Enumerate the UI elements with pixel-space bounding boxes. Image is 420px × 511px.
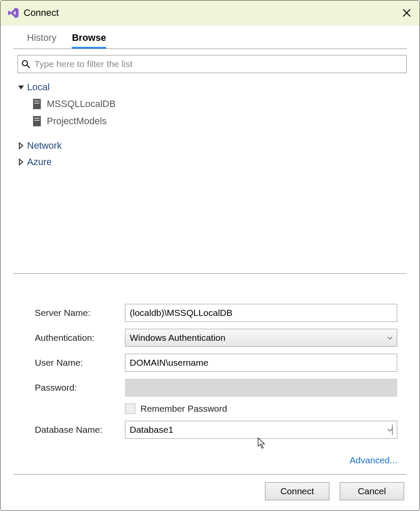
tree-node-local[interactable]: Local — [18, 79, 402, 95]
authentication-label: Authentication: — [35, 333, 125, 343]
chevron-down-icon — [387, 428, 393, 431]
tabs: History Browse — [0, 25, 420, 49]
filter-input-wrap[interactable] — [18, 55, 407, 73]
database-name-label: Database Name: — [35, 425, 125, 435]
server-name-label: Server Name: — [35, 308, 125, 318]
tree-label-azure: Azure — [27, 156, 52, 168]
divider — [13, 49, 407, 49]
server-icon — [33, 99, 41, 109]
svg-line-1 — [27, 65, 30, 68]
remember-password-checkbox[interactable] — [125, 404, 135, 414]
password-input — [125, 379, 397, 397]
close-button[interactable] — [398, 4, 415, 21]
tree-node-network[interactable]: Network — [18, 138, 402, 154]
connection-form: Server Name: Authentication: Windows Aut… — [0, 274, 420, 454]
database-name-combo[interactable]: Database1 — [125, 421, 397, 439]
server-icon — [33, 116, 41, 126]
connect-button[interactable]: Connect — [265, 482, 329, 500]
chevron-right-icon — [18, 142, 24, 149]
server-name-input[interactable] — [125, 304, 397, 322]
user-name-input[interactable] — [125, 354, 397, 372]
tree-item-mssqllocaldb[interactable]: MSSQLLocalDB — [18, 95, 402, 113]
filter-row — [18, 55, 407, 73]
database-name-value: Database1 — [130, 425, 393, 435]
authentication-value: Windows Authentication — [130, 333, 225, 343]
password-label: Password: — [35, 382, 125, 393]
window-title: Connect — [24, 7, 398, 18]
advanced-link[interactable]: Advanced... — [350, 455, 397, 465]
cancel-button[interactable]: Cancel — [340, 482, 404, 500]
tree-item-label: MSSQLLocalDB — [47, 98, 116, 110]
remember-password-label: Remember Password — [140, 404, 227, 414]
tree-label-network: Network — [27, 140, 62, 151]
server-tree: Local MSSQLLocalDB ProjectModels Network… — [0, 76, 420, 174]
chevron-down-icon — [18, 84, 24, 91]
authentication-select[interactable]: Windows Authentication — [125, 329, 397, 347]
button-bar: Connect Cancel — [0, 474, 420, 511]
filter-input[interactable] — [34, 59, 404, 69]
tree-item-projectmodels[interactable]: ProjectModels — [18, 113, 402, 130]
tab-browse[interactable]: Browse — [72, 32, 106, 49]
chevron-right-icon — [18, 159, 24, 165]
tab-history[interactable]: History — [27, 32, 56, 49]
tree-label-local: Local — [27, 82, 50, 93]
search-icon — [21, 59, 31, 69]
tree-node-azure[interactable]: Azure — [18, 154, 402, 170]
svg-point-0 — [22, 61, 27, 66]
close-icon — [402, 8, 411, 18]
visual-studio-icon — [7, 7, 19, 19]
user-name-label: User Name: — [35, 358, 125, 368]
titlebar: Connect — [0, 0, 420, 25]
chevron-down-icon — [387, 336, 393, 340]
tree-item-label: ProjectModels — [47, 116, 107, 127]
